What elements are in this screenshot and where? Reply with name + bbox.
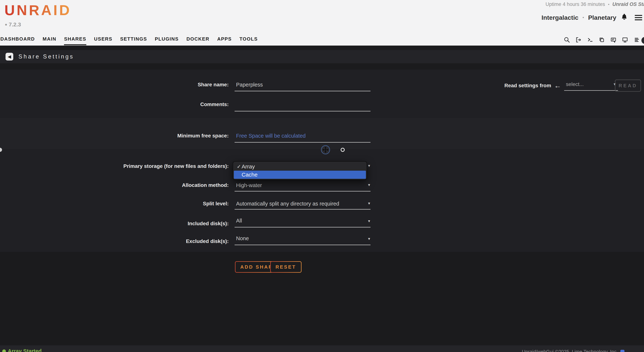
excluded-disks-underline <box>234 245 370 245</box>
version-badge: ● 7.2.3 <box>5 22 21 28</box>
back-arrow-icon: ◀ <box>8 54 11 59</box>
nav-item-shares[interactable]: SHARES <box>64 36 86 43</box>
min-free-space-label: Minimum free space: <box>0 133 229 139</box>
unraid-logo[interactable]: UNRAID <box>4 2 71 19</box>
dropdown-option-label: Cache <box>242 172 258 178</box>
check-icon: ✓ <box>237 164 242 170</box>
nav-item-dashboard[interactable]: DASHBOARD <box>0 36 35 43</box>
reset-button-label: RESET <box>271 262 301 272</box>
copyright-text: Unraid/webGui ©2025, Lime Technology, In… <box>522 349 618 352</box>
section-band <box>0 70 644 118</box>
footer-copyright: Unraid/webGui ©2025, Lime Technology, In… <box>522 349 624 352</box>
comments-underline <box>234 111 370 112</box>
dropdown-option-array[interactable]: ✓ Array <box>234 162 366 171</box>
remote-access-icon[interactable] <box>622 36 628 43</box>
included-disks-underline <box>234 227 370 228</box>
excluded-disks-select[interactable]: None <box>236 236 249 242</box>
dropdown-option-label: Array <box>242 164 255 170</box>
nav-utility-icons <box>564 36 640 43</box>
nav-item-plugins[interactable]: PLUGINS <box>155 36 179 43</box>
nav-item-settings[interactable]: SETTINGS <box>120 36 147 43</box>
version-dot-icon: ● <box>5 22 7 27</box>
log-icon[interactable] <box>633 36 640 43</box>
nav-item-main[interactable]: MAIN <box>42 36 56 43</box>
comments-label: Comments: <box>0 102 229 107</box>
included-disks-select[interactable]: All <box>236 218 242 224</box>
nav-item-users[interactable]: USERS <box>94 36 112 43</box>
page-content: ◀ Share Settings Share name: Paperpless … <box>0 46 644 352</box>
primary-storage-label: Primary storage (for new files and folde… <box>0 163 229 169</box>
server-tagline: Planetary <box>588 14 616 21</box>
os-edition-label: Unraid OS Starter <box>612 2 644 7</box>
uptime-text: Uptime 4 hours 36 minutes <box>546 2 605 7</box>
page-title: Share Settings <box>18 53 74 60</box>
unraid-app: UNRAID ● 7.2.3 Uptime 4 hours 36 minutes… <box>0 0 644 352</box>
profile-icon[interactable] <box>642 37 644 44</box>
min-free-space-underline <box>234 142 370 142</box>
status-dot-icon <box>2 350 6 352</box>
version-text: 7.2.3 <box>9 22 21 28</box>
nav-item-tools[interactable]: TOOLS <box>240 36 258 43</box>
read-settings-cluster: Read settings from ← select... ▼ <box>504 80 618 91</box>
copy-icon[interactable] <box>598 36 605 43</box>
separator-dot-icon: • <box>608 2 610 7</box>
share-name-underline <box>234 91 370 91</box>
reset-button[interactable]: RESET <box>270 261 302 273</box>
uptime-line: Uptime 4 hours 36 minutes • Unraid OS St… <box>546 2 644 7</box>
primary-storage-dropdown: ✓ Array Cache <box>233 161 367 180</box>
page-title-bar: ◀ Share Settings <box>0 50 644 63</box>
chevron-down-icon: ▼ <box>367 183 371 187</box>
left-arrow-icon: ← <box>554 82 561 89</box>
chevron-down-icon: ▼ <box>367 219 371 223</box>
array-status-text: Array Started <box>8 348 42 352</box>
read-settings-label: Read settings from <box>504 83 551 88</box>
dropdown-option-cache[interactable]: Cache <box>234 171 366 179</box>
excluded-disks-label: Excluded disk(s): <box>0 238 229 244</box>
array-status: Array Started <box>2 348 42 352</box>
menu-hamburger-icon[interactable] <box>635 15 642 20</box>
split-level-select[interactable]: Automatically split any directory as req… <box>236 201 339 207</box>
notifications-bell-icon[interactable] <box>620 13 628 22</box>
server-identity: Intergalactic • Planetary <box>542 13 642 22</box>
terminal-icon[interactable] <box>587 36 594 43</box>
allocation-method-label: Allocation method: <box>0 182 229 188</box>
share-name-label: Share name: <box>0 82 229 88</box>
chevron-down-icon: ▼ <box>367 237 371 241</box>
back-button[interactable]: ◀ <box>6 53 13 60</box>
included-disks-label: Included disk(s): <box>0 221 229 226</box>
main-nav: DASHBOARD MAIN SHARES USERS SETTINGS PLU… <box>0 36 258 43</box>
footer-link-icon[interactable] <box>620 350 624 352</box>
feedback-icon[interactable] <box>610 36 617 43</box>
split-level-label: Split level: <box>0 201 229 206</box>
min-free-space-input[interactable]: Free Space will be calculated <box>236 133 306 139</box>
server-name[interactable]: Intergalactic <box>542 14 578 21</box>
read-settings-select[interactable]: select... ▼ <box>564 80 618 91</box>
top-header: UNRAID ● 7.2.3 Uptime 4 hours 36 minutes… <box>0 0 644 46</box>
allocation-method-underline <box>234 191 370 192</box>
read-settings-select-value: select... <box>566 81 584 87</box>
separator-dot-icon: • <box>582 15 584 20</box>
chevron-down-icon: ▼ <box>367 202 371 206</box>
nav-item-docker[interactable]: DOCKER <box>186 36 210 43</box>
allocation-method-select[interactable]: High-water <box>236 182 262 188</box>
chevron-down-icon: ▼ <box>367 164 371 168</box>
split-level-underline <box>234 209 370 210</box>
nav-item-apps[interactable]: APPS <box>217 36 232 43</box>
move-cursor-icon <box>320 145 331 156</box>
search-icon[interactable] <box>564 36 570 43</box>
logout-icon[interactable] <box>575 36 582 43</box>
circle-cursor-icon <box>341 148 345 152</box>
read-button[interactable]: READ <box>615 80 641 92</box>
share-name-input[interactable]: Paperpless <box>236 82 263 88</box>
